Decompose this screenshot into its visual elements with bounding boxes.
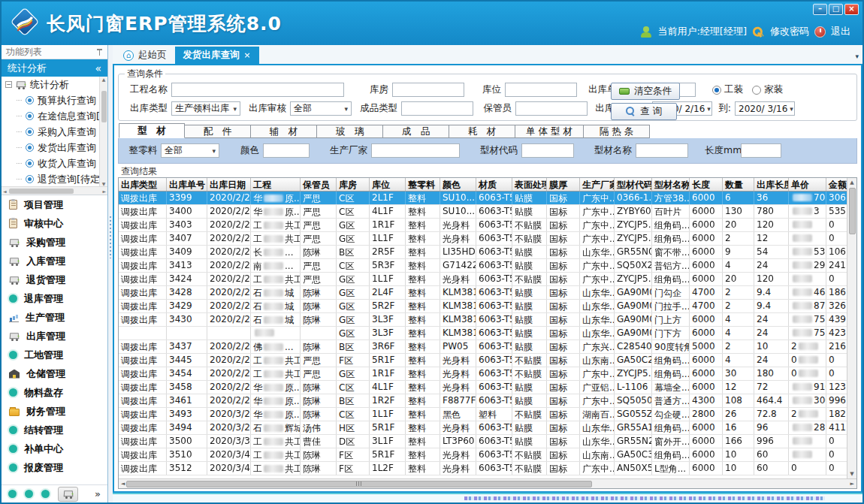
profile-code-input[interactable] — [521, 143, 574, 158]
color-input[interactable] — [263, 143, 310, 158]
sidebar-tree-item[interactable]: 发货出库查询 — [2, 140, 99, 155]
scroll-up-icon[interactable]: ▲ — [850, 178, 853, 187]
whole-piece-combo[interactable]: 全部▾ — [161, 143, 219, 158]
sidebar-tree-item[interactable]: 在途信息查询[待定] — [2, 108, 99, 124]
table-row[interactable]: 调拨出库34002020/2/25华原...严思C区4L1F整料SU10...6… — [119, 205, 847, 219]
table-row[interactable]: 调拨出库35002020/3/3工共工程曹佳D区3L1F整料LT3P606063… — [119, 435, 847, 448]
column-header-project[interactable]: 工程 — [251, 178, 301, 191]
scroll-up-icon[interactable]: ▲ — [102, 77, 106, 82]
table-row[interactable]: 调拨出库34072020/2/25工共工程严思G区1L1F整料光身料6063-T… — [119, 232, 847, 246]
column-header-color[interactable]: 颜色 — [440, 178, 476, 191]
tree-root-item[interactable]: −统计分析 — [2, 77, 99, 92]
outbound-audit-combo[interactable]: 全部▾ — [290, 101, 352, 116]
table-row[interactable]: 调拨出库34942020/3/2石辉城汤伟H区5R1F整料光身料6063-T5贴… — [119, 421, 847, 435]
column-header-unit-price[interactable]: 单价 — [789, 178, 826, 191]
pin-icon[interactable] — [96, 48, 103, 56]
material-tab-5[interactable]: 耗 材 — [449, 125, 515, 138]
sidebar-tree-item[interactable]: 收货入库查询 — [2, 155, 99, 171]
column-header-name[interactable]: 型材名称 — [652, 178, 690, 191]
column-header-order-no[interactable]: 出库单号 — [167, 178, 207, 191]
change-password-link[interactable]: 修改密码 — [770, 25, 809, 38]
material-tab-0[interactable]: 型 材 — [119, 123, 185, 138]
profile-name-input[interactable] — [636, 143, 688, 158]
tab-home[interactable]: ⌂起始页 — [115, 47, 175, 64]
more-groups-button[interactable]: » — [95, 489, 101, 499]
column-header-code[interactable]: 型材代码 — [615, 178, 652, 191]
material-tab-4[interactable]: 成 品 — [383, 125, 449, 138]
column-header-location[interactable]: 库位 — [370, 178, 406, 191]
quick-dot-icon[interactable] — [41, 490, 50, 498]
sidebar-item-6[interactable]: 生产管理 — [2, 308, 107, 327]
table-row[interactable]: 调拨出库34092020/2/25长...陈琳B区2R5F整料LI35HD606… — [119, 246, 847, 259]
sidebar-item-7[interactable]: 出库管理 — [2, 327, 107, 346]
material-tab-7[interactable]: 隔 热 条 — [584, 125, 650, 138]
table-row[interactable]: 调拨出库34032020/2/25工共工程严思G区1R1F整料光身料6063-T… — [119, 219, 847, 232]
table-row[interactable]: 调拨出库34452020/2/27工共工程严思F区5R1F整料光身料6063-T… — [119, 354, 847, 367]
minimize-button[interactable]: – — [813, 4, 827, 15]
sidebar-item-9[interactable]: 仓储管理 — [2, 364, 107, 383]
column-header-date[interactable]: 出库日期 — [207, 178, 251, 191]
sidebar-item-1[interactable]: 审核中心 — [2, 214, 107, 233]
tree-hscroll-thumb[interactable] — [9, 189, 74, 194]
sidebar-tree-item[interactable]: 退货查询[待定] — [2, 171, 99, 186]
table-row[interactable]: 调拨出库34282020/2/26石城陈琳G区2L4F整料KLM38176063… — [119, 286, 847, 300]
sidebar-tree-item[interactable]: 采购入库查询 — [2, 124, 99, 140]
column-header-material[interactable]: 材质 — [476, 178, 512, 191]
table-row[interactable]: 调拨出库33992020/2/25华原...严思C区2L1F整料SU10...6… — [119, 192, 847, 205]
scroll-right-icon[interactable]: ► — [102, 189, 106, 194]
table-row[interactable]: 调拨出库34372020/2/27佛...陈琳B区3R6F整料PW056063-… — [119, 340, 847, 354]
tree-expander-icon[interactable]: − — [5, 81, 12, 88]
table-row[interactable]: 调拨出库35102020/3/4工共工程陈琳F区5R1F整料光身料6063-T5… — [119, 448, 847, 462]
table-row[interactable]: 调拨出库34242020/2/26工共工程严思G区1L1F整料光身料6063-T… — [119, 273, 847, 286]
sidebar-item-4[interactable]: 退货管理 — [2, 270, 107, 289]
scroll-down-icon[interactable]: ▼ — [850, 469, 853, 478]
scroll-right-icon[interactable]: ► — [850, 481, 854, 487]
sidebar-tree-item[interactable]: 预算执行查询 — [2, 92, 99, 108]
scroll-left-icon[interactable]: ◄ — [3, 189, 7, 194]
table-row[interactable]: 调拨出库35122020/3/4工共工程陈琳F区1L2F整料光身料6063-T5… — [119, 462, 847, 475]
material-tab-6[interactable]: 单 体 型 材 — [515, 125, 584, 138]
column-header-out-length[interactable]: 出库长度 — [754, 178, 789, 191]
sidebar-group-header[interactable]: 统计分析 « — [2, 59, 107, 77]
product-type-input[interactable] — [401, 101, 473, 116]
table-row[interactable]: 调拨出库34932020/3/2华原...陈琳C区1L1F整料黑色塑料不贴膜国标… — [119, 408, 847, 421]
length-mm-input[interactable] — [741, 143, 781, 158]
quick-cart-button[interactable] — [58, 487, 78, 502]
column-header-qty[interactable]: 数量 — [723, 178, 754, 191]
table-row[interactable]: G区3L3F整料KLM38176063-T5贴膜国标山东华...GA90M09.… — [119, 327, 847, 340]
tab-list-caret-icon[interactable]: ▾ — [855, 53, 859, 60]
column-header-keeper[interactable]: 保管员 — [301, 178, 337, 191]
sidebar-item-3[interactable]: 入库管理 — [2, 252, 107, 270]
tree-horizontal-scrollbar[interactable]: ◄ ► — [2, 186, 107, 195]
material-tab-3[interactable]: 玻 璃 — [317, 125, 383, 138]
column-header-film[interactable]: 膜厚 — [547, 178, 580, 191]
table-row[interactable]: 调拨出库34132020/2/26南...严思C区5R3F整料G71422606… — [119, 259, 847, 273]
sidebar-splitter[interactable] — [108, 45, 113, 502]
radio-industrial[interactable]: 工装 — [712, 83, 743, 96]
sidebar-item-2[interactable]: 采购管理 — [2, 233, 107, 252]
sidebar-item-13[interactable]: 补单中心 — [2, 439, 107, 458]
scroll-down-icon[interactable]: ▼ — [102, 181, 106, 186]
quick-dot-icon[interactable] — [8, 490, 17, 498]
date-to-combo[interactable]: 2020/ 3/16▾ — [735, 101, 795, 116]
project-name-input[interactable] — [171, 83, 344, 97]
search-button[interactable]: 查 询 — [611, 103, 677, 120]
outbound-type-combo[interactable]: 生产领料出库▾ — [171, 101, 240, 116]
grid-vscroll-thumb[interactable] — [849, 188, 856, 234]
sidebar-item-12[interactable]: 结转管理 — [2, 421, 107, 439]
location-input[interactable] — [505, 83, 577, 97]
material-tab-2[interactable]: 辅 材 — [251, 125, 317, 138]
grid-horizontal-scrollbar[interactable]: ◄ ► — [119, 478, 856, 488]
table-row[interactable]: 调拨出库34292020/2/26石城陈琳G区5R2F整料KLM38176063… — [119, 300, 847, 313]
column-header-whole-piece[interactable]: 整零料 — [406, 178, 440, 191]
close-button[interactable]: × — [844, 4, 859, 15]
maximize-button[interactable]: □ — [829, 4, 843, 15]
column-header-surface[interactable]: 表面处理 — [512, 178, 547, 191]
table-row[interactable]: 调拨出库34582020/2/28华原...陈琳C区4L1F整料光身料6063-… — [119, 381, 847, 394]
scroll-left-icon[interactable]: ◄ — [121, 481, 125, 487]
column-header-warehouse[interactable]: 库房 — [337, 178, 370, 191]
radio-home[interactable]: 家装 — [752, 83, 783, 96]
tree-vertical-scrollbar[interactable]: ▲ ▼ — [99, 77, 107, 186]
column-header-manufacturer[interactable]: 生产厂家 — [580, 178, 615, 191]
sidebar-item-14[interactable]: 报废管理 — [2, 458, 107, 477]
